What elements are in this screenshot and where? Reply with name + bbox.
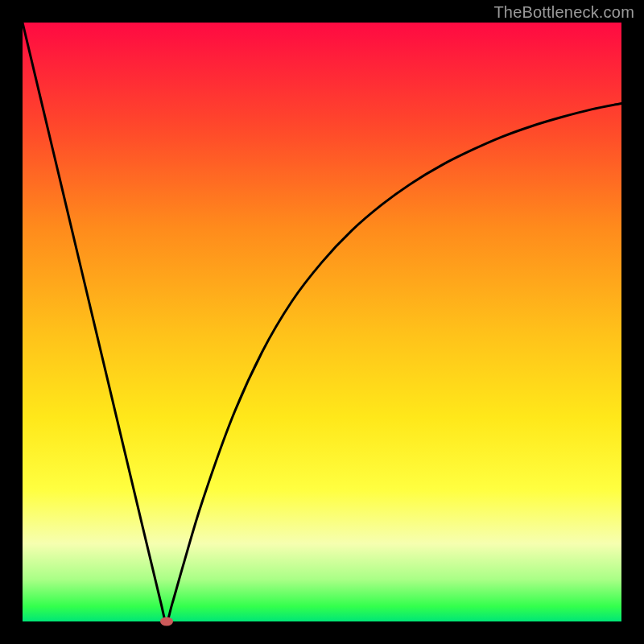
plot-area xyxy=(23,23,621,621)
curve-svg xyxy=(23,23,621,621)
watermark-text: TheBottleneck.com xyxy=(493,3,634,22)
chart-frame: TheBottleneck.com xyxy=(0,0,644,644)
minimum-marker xyxy=(160,617,173,626)
bottleneck-curve xyxy=(23,23,621,621)
